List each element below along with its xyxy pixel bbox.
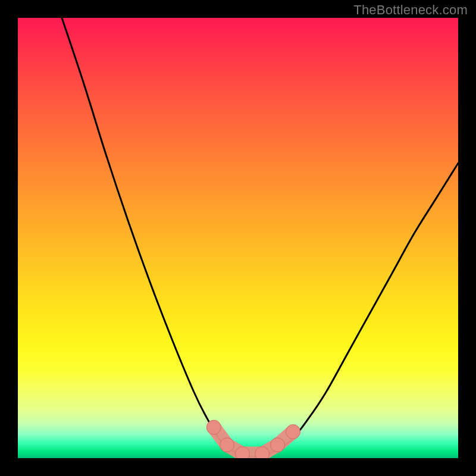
marker-point (220, 438, 234, 452)
marker-point (255, 447, 270, 458)
chart-svg (18, 18, 458, 458)
watermark-text: TheBottleneck.com (353, 2, 468, 18)
plot-area (18, 18, 458, 458)
marker-point (271, 438, 285, 452)
marker-point (206, 420, 221, 434)
bottleneck-curve (62, 18, 458, 456)
marker-point (235, 447, 249, 458)
marker-point (286, 425, 300, 439)
chart-frame: TheBottleneck.com (0, 0, 476, 476)
